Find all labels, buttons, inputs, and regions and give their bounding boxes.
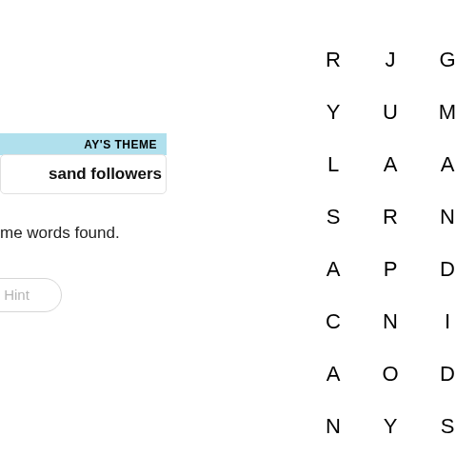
grid-cell[interactable]: A bbox=[419, 138, 476, 190]
grid-cell[interactable]: O bbox=[362, 347, 419, 400]
grid-cell[interactable]: R bbox=[362, 190, 419, 243]
grid-cell[interactable]: S bbox=[419, 400, 476, 452]
grid-cell[interactable]: A bbox=[362, 138, 419, 190]
grid-cell[interactable]: Y bbox=[362, 400, 419, 452]
grid-cell[interactable]: U bbox=[362, 86, 419, 138]
status-text: me words found. bbox=[0, 224, 120, 243]
grid-cell[interactable]: A bbox=[305, 243, 362, 295]
hint-button[interactable]: Hint bbox=[0, 278, 62, 312]
grid-cell[interactable]: Y bbox=[305, 86, 362, 138]
grid-cell[interactable]: J bbox=[362, 33, 419, 86]
grid-cell[interactable]: C bbox=[305, 295, 362, 347]
grid-cell[interactable]: D bbox=[419, 243, 476, 295]
grid-cell[interactable]: P bbox=[362, 243, 419, 295]
grid-cell[interactable]: I bbox=[419, 295, 476, 347]
grid-cell[interactable]: S bbox=[305, 190, 362, 243]
grid-cell[interactable]: G bbox=[419, 33, 476, 86]
game-screen: AY'S THEME sand followers me words found… bbox=[0, 0, 476, 476]
theme-title: sand followers bbox=[0, 154, 167, 194]
grid-cell[interactable]: D bbox=[419, 347, 476, 400]
grid-cell[interactable]: M bbox=[419, 86, 476, 138]
grid-cell[interactable]: N bbox=[419, 190, 476, 243]
grid-cell[interactable]: R bbox=[305, 33, 362, 86]
theme-header-label: AY'S THEME bbox=[0, 133, 167, 155]
grid-cell[interactable]: N bbox=[362, 295, 419, 347]
grid-cell[interactable]: N bbox=[305, 400, 362, 452]
grid-cell[interactable]: A bbox=[305, 347, 362, 400]
grid-cell[interactable]: L bbox=[305, 138, 362, 190]
letter-grid[interactable]: R J G Y U M L A A S R N A P D C N I A O … bbox=[305, 33, 476, 452]
theme-panel: AY'S THEME sand followers bbox=[0, 133, 167, 194]
